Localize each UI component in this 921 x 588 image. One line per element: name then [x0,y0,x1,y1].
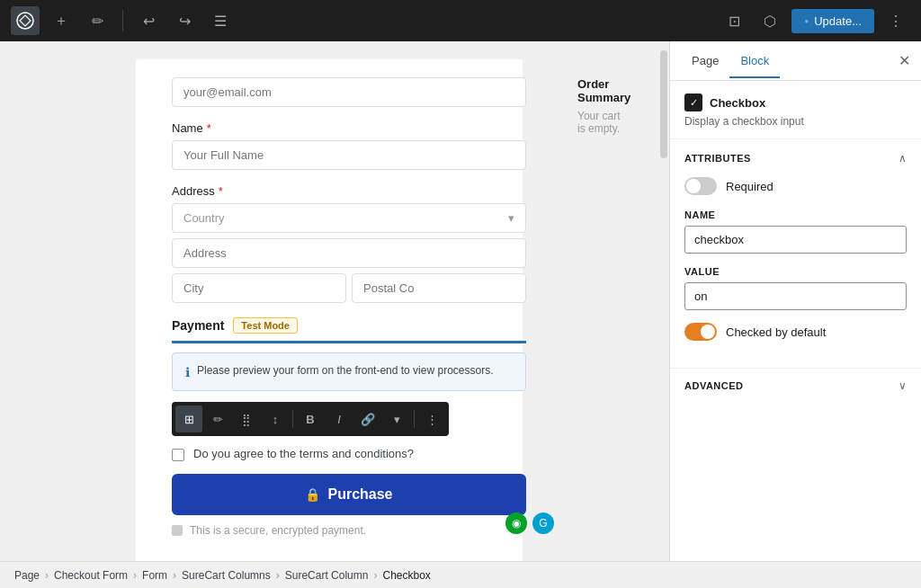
edit-button[interactable]: ✏ [83,6,112,35]
purchase-button[interactable]: 🔒 Purchase [172,474,526,515]
ft-bold-btn[interactable]: B [297,405,324,432]
breadcrumb-sep-4: › [276,569,280,582]
wp-logo[interactable] [11,6,40,35]
value-field-group: VALUE [684,266,907,310]
ft-edit-btn[interactable]: ✏ [204,405,231,432]
editor-area: Name * Address * [0,41,658,561]
test-mode-badge: Test Mode [233,317,298,334]
address-required-star: * [219,184,223,198]
value-field-input[interactable] [684,282,907,310]
name-input[interactable] [172,140,526,170]
payment-info-box: ℹ Please preview your form on the front-… [172,352,526,391]
add-block-button[interactable]: ＋ [47,6,76,35]
country-chevron-icon: ▾ [508,211,514,225]
payment-header: Payment Test Mode [172,317,526,343]
email-input[interactable] [172,77,526,107]
checkbox-input[interactable] [172,449,184,461]
right-panel: Page Block ✕ ✓ Checkbox Display a checkb… [669,41,921,561]
city-input[interactable] [172,273,346,303]
country-placeholder: Country [183,211,225,225]
ft-options-btn[interactable]: ⋮ [418,405,445,432]
ft-link-btn[interactable]: 🔗 [354,405,381,432]
required-star: * [207,121,211,135]
lock-icon: 🔒 [305,487,320,502]
checked-toggle[interactable] [684,323,717,341]
update-button[interactable]: Update... [791,9,874,33]
breadcrumb-sep-2: › [133,569,137,582]
payment-title: Payment [172,318,224,333]
ft-divider-2 [414,410,415,428]
block-type-icon: ✓ [684,94,702,111]
name-field-group: NAME [684,209,907,254]
ft-block-btn[interactable]: ⊞ [175,405,202,432]
breadcrumb-form[interactable]: Form [142,569,167,582]
advanced-header[interactable]: Advanced ∨ [684,379,907,392]
block-title: Checkbox [710,96,765,110]
order-summary: Order Summary Your cart is empty. [562,59,645,537]
postal-input[interactable] [352,273,526,303]
checkbox-label: Do you agree to the terms and conditions… [193,447,414,460]
required-toggle[interactable] [684,177,717,195]
advanced-title: Advanced [684,380,744,391]
breadcrumb-sep-5: › [373,569,377,582]
advanced-section: Advanced ∨ [670,368,921,403]
ft-italic-btn[interactable]: I [326,405,353,432]
breadcrumb-checkout-form[interactable]: Checkout Form [54,569,128,582]
checkbox-row: Do you agree to the terms and conditions… [136,447,562,461]
attributes-title: Attributes [684,153,751,164]
scroll-thumb[interactable] [660,50,667,158]
address-input[interactable] [172,238,526,268]
tab-block[interactable]: Block [729,45,780,78]
ft-more-btn[interactable]: ▾ [383,405,410,432]
required-label: Required [726,180,773,193]
value-field-label: VALUE [684,266,907,277]
name-field-input[interactable] [684,226,907,254]
advanced-chevron-icon: ∨ [899,379,907,392]
breadcrumb-sep-1: › [45,569,49,582]
breadcrumb: Page › Checkout Form › Form › SureCart C… [0,561,921,588]
breadcrumb-current: Checkbox [382,569,430,582]
secure-payment-text: This is a secure, encrypted payment. [136,524,562,537]
panel-tabs: Page Block ✕ [670,41,921,81]
preview-button[interactable]: ⊡ [720,6,748,35]
teal-icon[interactable]: G [532,512,554,534]
checked-toggle-row: Checked by default [684,323,907,341]
secure-lock-icon [172,525,183,536]
ft-move-btn[interactable]: ↕ [262,405,289,432]
ft-divider [292,410,293,428]
redo-button[interactable]: ↪ [170,6,199,35]
payment-info-text: Please preview your form on the front-en… [197,364,493,377]
name-label: Name * [172,121,526,135]
scroll-track[interactable] [658,41,669,561]
attributes-section: Attributes ∧ Required NAME VALUE Che [670,139,921,368]
block-header: ✓ Checkbox Display a checkbox input [670,81,921,139]
main-area: Name * Address * [0,41,921,561]
settings-button[interactable]: ⋮ [881,6,910,35]
attributes-chevron-icon: ∧ [899,152,907,165]
floating-toolbar: ⊞ ✏ ⣿ ↕ B I 🔗 ▾ ⋮ [172,402,449,436]
panel-close-button[interactable]: ✕ [899,52,910,69]
editor-canvas: Name * Address * [136,59,523,561]
breadcrumb-page[interactable]: Page [14,569,40,582]
required-toggle-row: Required [684,177,907,195]
order-summary-title: Order Summary [577,77,630,104]
block-description: Display a checkbox input [684,115,907,128]
country-select[interactable]: Country ▾ [172,203,526,233]
top-toolbar: ＋ ✏ ↩ ↪ ☰ ⊡ ⬡ Update... ⋮ [0,0,921,41]
address-label: Address * [172,184,526,198]
checked-label: Checked by default [726,325,826,339]
green-icon[interactable]: ◉ [505,512,527,534]
undo-button[interactable]: ↩ [134,6,163,35]
info-icon: ℹ [185,365,190,379]
breadcrumb-sep-3: › [173,569,176,582]
breadcrumb-surecart-columns[interactable]: SureCart Columns [182,569,271,582]
separator [122,10,123,31]
list-view-button[interactable]: ☰ [206,6,235,35]
update-label: Update... [814,14,862,28]
purchase-label: Purchase [327,486,392,503]
external-link-button[interactable]: ⬡ [756,6,784,35]
breadcrumb-surecart-column[interactable]: SureCart Column [285,569,369,582]
tab-page[interactable]: Page [681,45,729,78]
ft-drag-btn[interactable]: ⣿ [233,405,260,432]
order-summary-empty: Your cart is empty. [577,110,630,135]
